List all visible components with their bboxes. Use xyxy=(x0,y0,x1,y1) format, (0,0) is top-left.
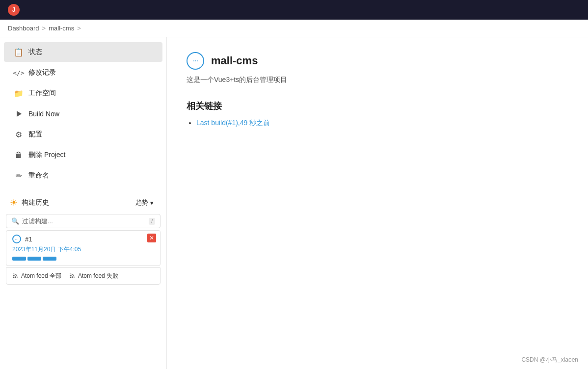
sidebar-label-build-now: Build Now xyxy=(28,110,59,118)
project-title: mall-cms xyxy=(211,54,258,67)
build-history-label: 构建历史 xyxy=(22,198,49,207)
build-delete-button[interactable]: ✕ xyxy=(147,234,156,242)
build-item-header: ··· #1 xyxy=(12,235,154,243)
build-number: #1 xyxy=(25,236,32,243)
build-list: ··· #1 ✕ 2023年11月20日 下午4:05 xyxy=(6,230,160,266)
content-area: ··· mall-cms 这是一个Vue3+ts的后台管理项目 相关链接 Las… xyxy=(167,37,588,369)
progress-block-3 xyxy=(43,257,56,261)
related-link-item: Last build(#1),49 秒之前 xyxy=(196,119,568,128)
build-icon xyxy=(14,109,24,119)
sidebar-label-workspace: 工作空间 xyxy=(28,89,56,98)
build-date[interactable]: 2023年11月20日 下午4:05 xyxy=(12,245,154,254)
progress-block-1 xyxy=(12,257,26,261)
sun-icon: ☀ xyxy=(10,197,18,208)
project-description: 这是一个Vue3+ts的后台管理项目 xyxy=(187,76,568,84)
sidebar-item-build-now[interactable]: Build Now xyxy=(4,104,162,124)
atom-feeds: Atom feed 全部 Atom feed 失败 xyxy=(6,267,160,285)
delete-icon: 🗑 xyxy=(14,150,24,160)
search-bar: 🔍 / xyxy=(6,214,160,228)
sidebar-label-changes: 修改记录 xyxy=(28,68,56,77)
chevron-down-icon: ▾ xyxy=(150,199,154,207)
svg-marker-0 xyxy=(17,111,22,117)
rss-icon-fail xyxy=(69,272,76,280)
sidebar-item-config[interactable]: ⚙ 配置 xyxy=(4,125,162,144)
atom-feed-all-label: Atom feed 全部 xyxy=(21,272,61,280)
related-links-title: 相关链接 xyxy=(187,100,568,112)
atom-feed-all[interactable]: Atom feed 全部 xyxy=(12,272,61,280)
sidebar-item-status[interactable]: 📋 状态 xyxy=(4,42,162,62)
build-status-icon: ··· xyxy=(12,235,21,243)
project-icon: ··· xyxy=(187,52,204,70)
sidebar: 📋 状态 </> 修改记录 📁 工作空间 Build Now ⚙ 配置 🗑 删 xyxy=(0,37,167,369)
build-history-section: ☀ 构建历史 趋势 ▾ xyxy=(0,193,166,212)
sidebar-label-config: 配置 xyxy=(28,130,42,139)
trend-label: 趋势 xyxy=(135,198,148,207)
config-icon: ⚙ xyxy=(14,130,24,139)
progress-block-2 xyxy=(27,257,41,261)
search-input[interactable] xyxy=(22,217,146,225)
breadcrumb-sep-2: > xyxy=(77,25,81,32)
build-item: ··· #1 ✕ 2023年11月20日 下午4:05 xyxy=(6,230,160,266)
footer-watermark: CSDN @小马_xiaoen xyxy=(521,356,578,364)
breadcrumb-mall-cms[interactable]: mall-cms xyxy=(49,25,74,32)
sidebar-item-rename[interactable]: ✏ 重命名 xyxy=(4,166,162,186)
logo: J xyxy=(8,4,20,16)
slash-badge: / xyxy=(149,218,155,225)
rss-icon-all xyxy=(12,272,19,280)
trend-button[interactable]: 趋势 ▾ xyxy=(133,197,157,208)
sidebar-label-rename: 重命名 xyxy=(28,171,49,180)
sidebar-label-delete: 删除 Project xyxy=(28,151,65,159)
breadcrumb-sep-1: > xyxy=(42,25,46,32)
atom-feed-fail-label: Atom feed 失败 xyxy=(78,272,118,280)
atom-feed-fail[interactable]: Atom feed 失败 xyxy=(69,272,118,280)
workspace-icon: 📁 xyxy=(14,88,24,98)
related-links: 相关链接 Last build(#1),49 秒之前 xyxy=(187,100,568,128)
rename-icon: ✏ xyxy=(14,171,24,181)
sidebar-item-delete[interactable]: 🗑 删除 Project xyxy=(4,145,162,165)
breadcrumb-dashboard[interactable]: Dashboard xyxy=(8,25,39,32)
build-history-title: ☀ 构建历史 xyxy=(10,197,49,208)
svg-point-1 xyxy=(13,277,15,278)
status-icon: 📋 xyxy=(14,47,24,57)
last-build-link[interactable]: Last build(#1),49 秒之前 xyxy=(196,119,270,127)
sidebar-label-status: 状态 xyxy=(28,48,42,56)
changes-icon: </> xyxy=(14,68,24,78)
sidebar-item-changes[interactable]: </> 修改记录 xyxy=(4,63,162,82)
svg-point-2 xyxy=(70,277,72,278)
search-icon: 🔍 xyxy=(11,217,19,225)
project-header: ··· mall-cms xyxy=(187,52,568,70)
top-bar: J xyxy=(0,0,588,20)
build-progress xyxy=(12,257,154,261)
sidebar-item-workspace[interactable]: 📁 工作空间 xyxy=(4,83,162,103)
breadcrumb: Dashboard > mall-cms > xyxy=(0,20,588,37)
related-links-list: Last build(#1),49 秒之前 xyxy=(187,119,568,128)
